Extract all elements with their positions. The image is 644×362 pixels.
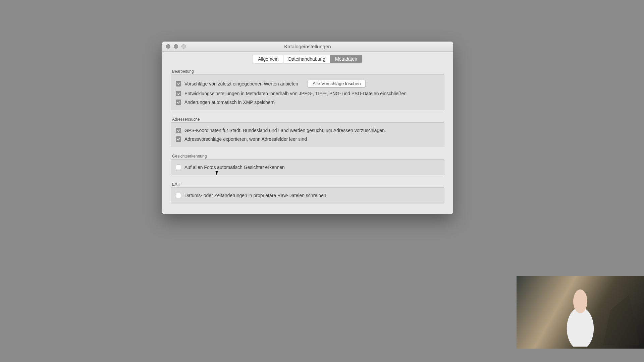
tabs-row: Allgemein Dateihandhabung Metadaten bbox=[162, 52, 453, 66]
label-auto-face: Auf allen Fotos automatisch Gesichter er… bbox=[184, 165, 285, 170]
picture-in-picture-overlay bbox=[517, 276, 644, 349]
tab-metadata[interactable]: Metadaten bbox=[330, 55, 362, 63]
row-include-dev: Entwicklungseinstellungen in Metadaten i… bbox=[176, 89, 439, 98]
row-suggest-recent: Vorschläge von zuletzt eingegebenen Wert… bbox=[176, 78, 439, 89]
label-write-raw: Datums- oder Zeitänderungen in proprietä… bbox=[184, 193, 326, 198]
row-write-raw: Datums- oder Zeitänderungen in proprietä… bbox=[176, 191, 439, 200]
checkbox-include-dev[interactable] bbox=[176, 91, 181, 96]
group-label-address: Adressensuche bbox=[171, 114, 444, 122]
clear-suggestions-button[interactable]: Alle Vorschläge löschen bbox=[308, 80, 366, 87]
checkbox-gps-lookup[interactable] bbox=[176, 128, 181, 133]
group-editing: Vorschläge von zuletzt eingegebenen Wert… bbox=[171, 74, 444, 110]
settings-window: Katalogeinstellungen Allgemein Dateihand… bbox=[162, 42, 453, 214]
content-area: Bearbeitung Vorschläge von zuletzt einge… bbox=[162, 66, 453, 214]
group-face: Auf allen Fotos automatisch Gesichter er… bbox=[171, 159, 444, 175]
checkbox-write-raw[interactable] bbox=[176, 193, 181, 198]
group-label-face: Gesichtserkennung bbox=[171, 151, 444, 159]
checkbox-suggest-recent[interactable] bbox=[176, 81, 181, 86]
row-auto-face: Auf allen Fotos automatisch Gesichter er… bbox=[176, 163, 439, 172]
label-export-address: Adressvorschläge exportieren, wenn Adres… bbox=[184, 136, 307, 142]
window-title: Katalogeinstellungen bbox=[162, 44, 453, 49]
titlebar: Katalogeinstellungen bbox=[162, 42, 453, 52]
checkbox-export-address[interactable] bbox=[176, 136, 181, 142]
tab-general[interactable]: Allgemein bbox=[253, 55, 283, 63]
group-address: GPS-Koordinaten für Stadt, Bundesland un… bbox=[171, 122, 444, 147]
row-gps-lookup: GPS-Koordinaten für Stadt, Bundesland un… bbox=[176, 126, 439, 135]
label-suggest-recent: Vorschläge von zuletzt eingegebenen Wert… bbox=[184, 81, 298, 86]
checkbox-auto-face[interactable] bbox=[176, 165, 181, 170]
segmented-control: Allgemein Dateihandhabung Metadaten bbox=[253, 55, 362, 63]
group-label-exif: EXIF bbox=[171, 179, 444, 187]
tab-filehandling[interactable]: Dateihandhabung bbox=[283, 55, 330, 63]
label-include-dev: Entwicklungseinstellungen in Metadaten i… bbox=[184, 91, 407, 96]
row-export-address: Adressvorschläge exportieren, wenn Adres… bbox=[176, 135, 439, 143]
label-gps-lookup: GPS-Koordinaten für Stadt, Bundesland un… bbox=[184, 128, 386, 133]
row-save-xmp: Änderungen automatisch in XMP speichern bbox=[176, 98, 439, 107]
group-label-editing: Bearbeitung bbox=[171, 66, 444, 74]
group-exif: Datums- oder Zeitänderungen in proprietä… bbox=[171, 187, 444, 203]
checkbox-save-xmp[interactable] bbox=[176, 100, 181, 105]
label-save-xmp: Änderungen automatisch in XMP speichern bbox=[184, 100, 275, 105]
